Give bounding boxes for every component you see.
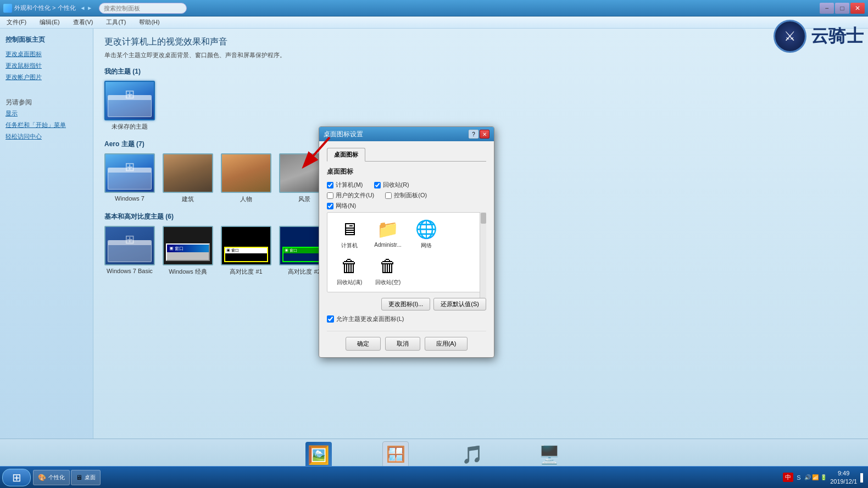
cancel-button[interactable]: 取消 [385,337,420,351]
dialog-footer: 确定 取消 应用(A) [327,331,486,351]
checkbox-row-3: 网络(N) [327,202,486,210]
menu-help[interactable]: 帮助(H) [137,17,162,27]
allow-theme-row: 允许主题更改桌面图标(L) [327,315,486,323]
close-button[interactable]: ✕ [850,3,865,14]
win7-logo: ⊞ [125,160,135,174]
theme-people[interactable]: 人物 [221,153,271,203]
dialog-tab-row: 桌面图标 [327,148,486,162]
color-icon-img: 🪟 [386,445,405,463]
menu-edit[interactable]: 编辑(E) [37,17,62,27]
title-path: 外观和个性化 > 个性化 [14,4,76,12]
checkbox-user-files[interactable]: 用户的文件(U) [327,191,374,199]
search-input[interactable] [99,3,187,14]
dialog-scrollbar[interactable] [480,212,486,298]
allow-theme-checkbox[interactable] [327,315,334,323]
checkbox-network-input[interactable] [327,203,333,209]
tray-indicators: 🔊 📶 🔋 [804,474,827,480]
start-icon: ⊞ [12,471,21,484]
show-desktop-btn[interactable]: ▌ [860,473,866,482]
sidebar-link-access[interactable]: 轻松访问中心 [5,132,87,141]
title-bar: 外观和个性化 > 个性化 ◄ ► − □ ✕ [0,0,868,16]
menu-view[interactable]: 查看(V) [71,17,96,27]
checkbox-control-panel-label: 控制面板(O) [394,191,427,199]
bg-icon: 🖼️ [305,442,332,468]
maximize-button[interactable]: □ [835,3,849,14]
icon-cell-network[interactable]: 🌐 网络 [410,218,443,249]
sound-icon: 🎵 [459,441,486,468]
icon-label-network: 网络 [421,242,432,249]
screensaver-icon-img: 🖥️ [538,444,560,465]
basic-logo: ⊞ [125,232,135,247]
bg-icon-img: 🖼️ [308,445,330,465]
checkbox-network-label: 网络(N) [336,202,356,210]
sidebar-link-mouse-cursor[interactable]: 更改鼠标指针 [5,62,87,70]
restore-default-button[interactable]: 还原默认值(S) [433,298,486,310]
icon-img-recycle-full: 🗑 [338,255,360,277]
theme-thumb-arch [163,153,213,193]
icon-cell-admin[interactable]: 📁 Administr... [371,218,404,249]
ime-indicator[interactable]: 中 [783,473,793,482]
minimize-button[interactable]: − [820,3,834,14]
sidebar-link-taskbar[interactable]: 任务栏和「开始」菜单 [5,121,87,129]
theme-classic[interactable]: ▣ 窗口 Windows 经典 [163,226,213,276]
theme-unsaved[interactable]: ⊞ 未保存的主题 [104,81,155,131]
checkbox-recycle-full[interactable]: 回收站(R) [374,181,409,189]
theme-name-hc2: 高对比度 #2 [288,268,320,276]
ok-button[interactable]: 确定 [346,337,381,351]
theme-win7basic[interactable]: ⊞ Windows 7 Basic [104,226,155,276]
menu-file[interactable]: 文件(F) [4,17,29,27]
theme-win7[interactable]: ⊞ Windows 7 [104,153,155,203]
taskbar-item-personalization[interactable]: 🎨 个性化 [33,470,70,485]
sidebar-link-desktop-icon[interactable]: 更改桌面图标 [5,50,87,58]
checkbox-network[interactable]: 网络(N) [327,202,356,210]
icon-cell-recycle-full[interactable]: 🗑 回收站(满) [333,255,366,286]
theme-thumb-people [221,153,271,193]
icon-label-computer: 计算机 [341,242,358,249]
checkbox-user-files-input[interactable] [327,192,333,199]
checkbox-control-panel[interactable]: 控制面板(O) [385,191,427,199]
icon-cell-computer[interactable]: 🖥 计算机 [333,218,366,249]
dialog-section-title: 桌面图标 [327,167,486,176]
checkbox-control-panel-input[interactable] [385,192,392,199]
icon-cell-recycle-empty[interactable]: 🗑 回收站(空) [371,255,404,286]
sidebar-link-account-pic[interactable]: 更改帐户图片 [5,73,87,81]
checkbox-recycle-full-input[interactable] [374,182,381,188]
screensaver-icon: 🖥️ [536,441,563,468]
theme-arch[interactable]: 建筑 [163,153,213,203]
taskbar-item-desktop[interactable]: 🖥 桌面 [71,470,101,485]
theme-name-people: 人物 [240,195,252,203]
apply-button[interactable]: 应用(A) [425,337,468,351]
window-icon [3,4,12,13]
desktop-icon-settings-dialog[interactable]: 桌面图标设置 ? ✕ 桌面图标 桌面图标 计算机(M) [319,126,494,358]
taskbar-item-icon-personalization: 🎨 [38,474,46,481]
win-logo: ⊞ [125,87,135,102]
theme-thumb-win7basic: ⊞ [104,226,155,265]
sound-icon-img: 🎵 [461,444,483,465]
change-icon-button[interactable]: 更改图标(I)... [381,298,431,310]
checkbox-computer-label: 计算机(M) [336,181,363,189]
dialog-help-button[interactable]: ? [469,130,478,138]
yqs-text: 云骑士 [811,29,864,48]
my-themes-row: ⊞ 未保存的主题 [104,81,857,131]
theme-name-win7basic: Windows 7 Basic [107,268,153,274]
theme-hc1[interactable]: ▣ 窗口 高对比度 #1 [221,226,271,276]
dialog-close-button[interactable]: ✕ [480,130,489,138]
menu-tools[interactable]: 工具(T) [104,17,128,27]
dialog-title-bar: 桌面图标设置 ? ✕ [319,127,494,141]
checkbox-computer[interactable]: 计算机(M) [327,181,363,189]
theme-thumb-hc1: ▣ 窗口 [221,226,271,265]
tray-indicator-s: S [797,474,800,481]
taskbar-item-label-personalization: 个性化 [48,474,65,481]
nav-arrows[interactable]: ◄ ► [80,5,93,11]
icon-img-network: 🌐 [415,218,437,240]
also-see-section: 另请参阅 显示 任务栏和「开始」菜单 轻松访问中心 [5,98,87,141]
clock-time: 9:49 [838,469,849,477]
sidebar-link-display[interactable]: 显示 [5,109,87,118]
icon-img-recycle-empty: 🗑 [377,255,399,277]
page-desc: 单击某个主题立即更改桌面背景、窗口颜色、声音和屏幕保护程序。 [104,51,857,59]
start-button[interactable]: ⊞ [2,469,31,486]
checkbox-recycle-full-label: 回收站(R) [383,181,409,189]
dialog-tab-desktop-icons[interactable]: 桌面图标 [327,148,365,162]
checkbox-computer-input[interactable] [327,182,333,188]
clock[interactable]: 9:49 2019/12/1 [830,469,857,485]
